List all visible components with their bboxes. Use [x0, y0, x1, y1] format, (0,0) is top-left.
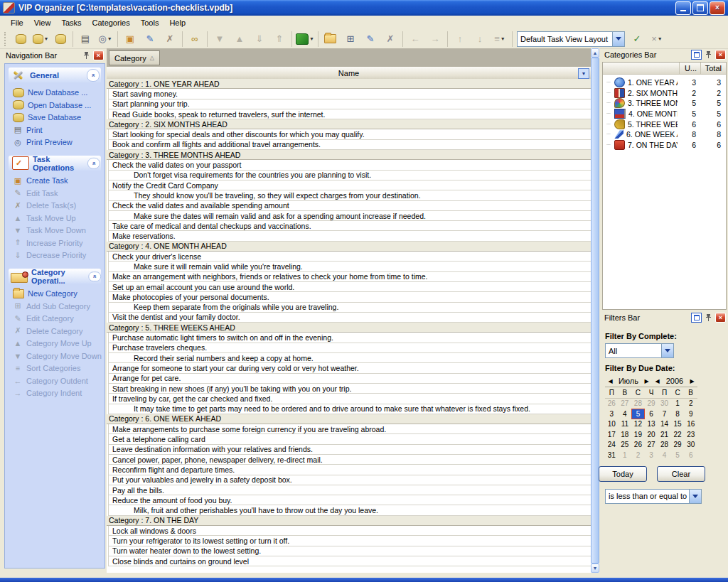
- scroll-up-icon[interactable]: ▲: [591, 48, 599, 58]
- category-tree-row[interactable]: ┈2. SIX MONTHS AHEAD22: [603, 88, 726, 99]
- menu-categories[interactable]: Categories: [87, 17, 136, 28]
- calendar-day[interactable]: 17: [605, 429, 619, 440]
- task-row[interactable]: They should know you'll be traveling, so…: [108, 190, 591, 200]
- pin-icon[interactable]: [704, 50, 713, 59]
- category-tree-row[interactable]: ┈1. ONE YEAR AHEAD33: [603, 77, 726, 88]
- calendar-day[interactable]: 16: [684, 419, 697, 430]
- calendar-day[interactable]: 14: [658, 419, 671, 430]
- collapse-chevron-icon[interactable]: »: [87, 69, 100, 82]
- calendar-day[interactable]: 21: [658, 429, 671, 440]
- new-category-button[interactable]: [321, 30, 341, 48]
- chevron-down-icon[interactable]: [689, 490, 701, 503]
- task-row[interactable]: Visit the dentist and your family doctor…: [108, 313, 591, 323]
- task-row[interactable]: Make photocopies of your personal docume…: [108, 292, 591, 302]
- add-sub-category-button[interactable]: ⊞: [341, 30, 360, 48]
- task-row[interactable]: Make arrangements to purchase some forei…: [108, 424, 591, 434]
- nav-item-print[interactable]: ▤Print: [13, 125, 100, 135]
- due-date-condition-select[interactable]: is less than or equal to: [605, 489, 702, 504]
- category-tree-row[interactable]: ┈7. ON THE DAY66: [603, 140, 726, 151]
- name-column-header[interactable]: Name: [107, 69, 591, 77]
- find-tasks-button[interactable]: ∞: [185, 30, 205, 48]
- calendar-day[interactable]: 27: [619, 399, 632, 409]
- minimize-button[interactable]: [675, 1, 691, 15]
- calendar-day[interactable]: 18: [619, 429, 632, 440]
- task-row[interactable]: Cancel power, paper, phone, newspaper de…: [108, 455, 591, 465]
- task-row[interactable]: Get a telephone calling card: [108, 434, 591, 444]
- save-database-button[interactable]: [50, 30, 70, 48]
- calendar-day[interactable]: 13: [645, 419, 658, 430]
- category-tree-row[interactable]: ┈5. THREE WEEKS AHEA66: [603, 119, 726, 129]
- next-month-icon[interactable]: ▶: [641, 378, 652, 384]
- task-row[interactable]: Close blinds and curtains on ground leve…: [108, 556, 591, 566]
- float-icon[interactable]: [691, 50, 702, 60]
- complete-filter-select[interactable]: All: [605, 343, 674, 358]
- task-row[interactable]: Start planning your trip.: [108, 99, 591, 109]
- task-row[interactable]: Pay all the bills.: [108, 485, 591, 495]
- calendar-day[interactable]: 23: [684, 429, 697, 440]
- calendar-day[interactable]: 12: [631, 419, 645, 430]
- category-tree-row[interactable]: ┈6. ONE WEEK AHEAD88: [603, 129, 726, 140]
- task-row[interactable]: Keep them separate from the originals wh…: [108, 303, 591, 313]
- calendar-day[interactable]: 26: [631, 440, 645, 451]
- calendar-day[interactable]: 20: [645, 429, 658, 440]
- task-row[interactable]: Make an arrangement with neighbors, frie…: [108, 272, 591, 282]
- calendar-day[interactable]: 11: [619, 419, 632, 430]
- layout-select[interactable]: Default Task View Layout: [517, 31, 625, 47]
- scroll-down-icon[interactable]: ▼: [591, 564, 599, 573]
- print-preview-button[interactable]: ◎▼: [95, 30, 115, 48]
- create-task-button[interactable]: ▣: [120, 30, 140, 48]
- task-row[interactable]: Leave destination information with your …: [108, 445, 591, 455]
- task-row[interactable]: Take care of medical and dental checkups…: [108, 221, 591, 231]
- calendar-day[interactable]: 28: [658, 440, 671, 451]
- category-group-row[interactable]: Category : 5. THREE WEEKS AHEAD: [107, 323, 591, 333]
- menu-file[interactable]: File: [6, 17, 29, 28]
- calendar-day[interactable]: 4: [658, 450, 671, 460]
- chevron-down-icon[interactable]: ▼: [309, 36, 314, 41]
- restore-button[interactable]: [692, 1, 708, 15]
- menu-tasks[interactable]: Tasks: [56, 17, 87, 28]
- nav-item-new-category[interactable]: New Category: [13, 289, 100, 298]
- open-database-button[interactable]: ▼: [31, 30, 50, 48]
- task-row[interactable]: Make reservations.: [108, 231, 591, 241]
- calendar-day[interactable]: 5: [631, 409, 645, 419]
- task-row[interactable]: Milk, fruit and other perishables you'll…: [108, 505, 591, 515]
- calendar-day[interactable]: 3: [645, 450, 658, 460]
- menu-tools[interactable]: Tools: [136, 17, 165, 28]
- edit-task-button[interactable]: ✎: [140, 30, 160, 48]
- task-row[interactable]: Read Guide books, speak to returned trav…: [108, 109, 591, 119]
- task-row[interactable]: Make sure the dates will remain valid an…: [108, 211, 591, 221]
- nav-item-save-database[interactable]: Save Database: [13, 112, 100, 122]
- delete-layout-button[interactable]: ×▼: [647, 30, 667, 48]
- chevron-down-icon[interactable]: [661, 344, 673, 357]
- calendar-day[interactable]: 2: [631, 450, 645, 460]
- menu-view[interactable]: View: [29, 17, 57, 28]
- chevron-down-icon[interactable]: ▼: [658, 36, 663, 41]
- task-row[interactable]: Arrange for pet care.: [108, 374, 591, 384]
- next-year-icon[interactable]: ▶: [687, 378, 697, 384]
- close-icon[interactable]: ×: [715, 313, 726, 323]
- task-row[interactable]: Start looking for special deals and othe…: [108, 129, 591, 139]
- collapse-chevron-icon[interactable]: »: [88, 271, 101, 281]
- edit-category-button[interactable]: ✎: [360, 30, 380, 48]
- category-group-row[interactable]: Category : 1. ONE YEAR AHEAD: [107, 79, 591, 89]
- task-row[interactable]: Book and confirm all flights and additio…: [108, 140, 591, 150]
- calendar-day[interactable]: 31: [605, 450, 619, 460]
- section-header[interactable]: General»: [9, 68, 101, 82]
- task-row[interactable]: Check your driver's license: [108, 252, 591, 262]
- task-row[interactable]: Lock all windows & doors: [108, 526, 591, 536]
- total-column-header[interactable]: Total: [700, 63, 726, 74]
- calendar-day[interactable]: 15: [671, 419, 685, 430]
- category-group-row[interactable]: Category : 2. SIX MONTHS AHEAD: [107, 119, 591, 129]
- calendar-day[interactable]: 5: [671, 450, 685, 460]
- task-row[interactable]: Reconfirm flight and departure times.: [108, 465, 591, 475]
- category-group-row[interactable]: Category : 3. THREE MONTHS AHEAD: [107, 150, 591, 160]
- scrollbar-thumb[interactable]: [591, 58, 599, 564]
- calendar-day[interactable]: 26: [605, 399, 619, 409]
- nav-item-create-task[interactable]: ▣Create Task: [13, 176, 100, 185]
- today-button[interactable]: Today: [599, 466, 647, 482]
- pin-icon[interactable]: [704, 313, 713, 322]
- calendar-day[interactable]: 30: [658, 399, 671, 409]
- category-group-row[interactable]: Category : 6. ONE WEEK AHEAD: [107, 414, 591, 424]
- delete-task-button[interactable]: ✗: [160, 30, 180, 48]
- collapse-chevron-icon[interactable]: »: [87, 158, 100, 169]
